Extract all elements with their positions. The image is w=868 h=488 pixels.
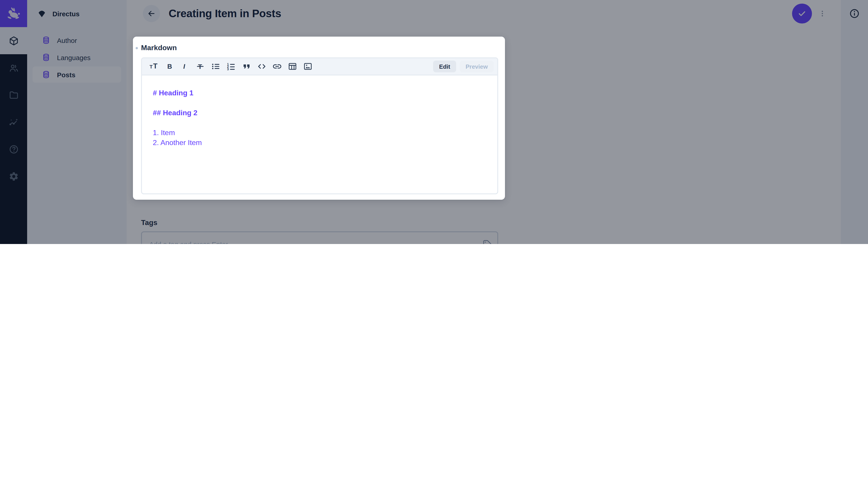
code-icon [257, 61, 267, 71]
folder-icon [8, 90, 19, 100]
module-insights[interactable] [0, 108, 27, 135]
strikethrough-icon: T [195, 61, 205, 71]
module-files[interactable] [0, 81, 27, 108]
markdown-line: # Heading 1 [153, 88, 487, 98]
right-sidebar [841, 0, 868, 244]
svg-text:T: T [153, 62, 157, 70]
bullet-list-icon [211, 61, 221, 71]
svg-text:B: B [167, 63, 172, 70]
tab-edit[interactable]: Edit [433, 61, 456, 72]
blockquote-icon [241, 61, 251, 71]
project-name: Directus [53, 10, 80, 18]
tag-icon [483, 239, 492, 244]
field-label-markdown: Markdown [141, 43, 498, 53]
editor-mode-tabs: Edit Preview [433, 61, 494, 72]
box-icon [8, 35, 19, 46]
module-help[interactable] [0, 135, 27, 163]
help-icon [8, 144, 19, 154]
italic-button[interactable]: I [177, 60, 193, 73]
link-icon [272, 61, 282, 71]
module-bar [0, 0, 27, 244]
svg-text:3: 3 [227, 68, 229, 71]
sidebar-item-languages[interactable]: Languages [33, 49, 121, 66]
module-users[interactable] [0, 54, 27, 81]
sidebar-item-posts[interactable]: Posts [33, 66, 121, 83]
markdown-field-card: Markdown TT B I [133, 37, 505, 200]
link-button[interactable] [270, 60, 285, 73]
tags-input[interactable] [141, 231, 498, 244]
navigation-panel: Directus Author [27, 0, 127, 244]
markdown-editor-content[interactable]: # Heading 1 ## Heading 2 1. Item 2. Anot… [142, 75, 497, 193]
strikethrough-button[interactable]: T [193, 60, 208, 73]
tags-input-wrap [141, 231, 498, 244]
italic-icon: I [180, 61, 190, 71]
blockquote-button[interactable] [239, 60, 254, 73]
bold-icon: B [164, 61, 175, 71]
image-button[interactable] [300, 60, 315, 73]
settings-icon [8, 171, 19, 182]
app-root: Directus Author [0, 0, 868, 244]
arrow-left-icon [147, 9, 156, 18]
markdown-editor: TT B I T [141, 57, 498, 194]
database-icon [41, 53, 51, 62]
bold-button[interactable]: B [162, 60, 177, 73]
module-settings[interactable] [0, 163, 27, 190]
tab-preview[interactable]: Preview [460, 61, 494, 72]
table-button[interactable] [285, 60, 300, 73]
page-title: Creating Item in Posts [168, 7, 281, 20]
insights-icon [8, 117, 19, 127]
module-content[interactable] [0, 27, 27, 54]
sidebar-item-author[interactable]: Author [33, 32, 121, 48]
back-button[interactable] [143, 5, 160, 22]
markdown-line: ## Heading 2 [153, 108, 487, 118]
directus-logo[interactable] [0, 0, 27, 27]
text-size-button[interactable]: TT [147, 60, 162, 73]
code-button[interactable] [254, 60, 270, 73]
markdown-line: 1. Item [153, 128, 487, 138]
image-icon [303, 61, 313, 71]
kebab-menu-icon [818, 8, 827, 19]
database-icon [41, 70, 51, 79]
people-icon [8, 63, 19, 73]
item-form: Markdown TT B I [127, 27, 841, 244]
svg-text:I: I [183, 63, 185, 70]
sidebar-item-label: Author [57, 36, 77, 44]
table-icon [287, 61, 298, 71]
sidebar-item-label: Languages [57, 54, 91, 61]
collection-list: Author Languages [27, 27, 127, 83]
project-switcher[interactable]: Directus [27, 0, 127, 27]
page-header: Creating Item in Posts [127, 0, 841, 27]
field-label-tags: Tags [141, 218, 498, 228]
numbered-list-icon: 1 2 3 [226, 61, 236, 71]
rabbit-logo-icon [5, 5, 22, 22]
numbered-list-button[interactable]: 1 2 3 [223, 60, 239, 73]
database-icon [41, 36, 51, 45]
bullet-list-button[interactable] [208, 60, 223, 73]
save-button[interactable] [792, 4, 812, 24]
markdown-line: 2. Another Item [153, 138, 487, 148]
text-size-icon: TT [149, 61, 159, 71]
header-actions [792, 4, 827, 24]
svg-text:T: T [150, 64, 153, 70]
tags-field: Tags [141, 218, 498, 244]
field-edited-dot [135, 47, 138, 49]
more-options-button[interactable] [817, 8, 827, 20]
markdown-toolbar: TT B I T [142, 58, 497, 75]
project-logo-icon [37, 9, 46, 18]
sidebar-item-label: Posts [57, 71, 75, 78]
info-sidebar-button[interactable] [845, 4, 864, 23]
check-icon [797, 8, 807, 19]
info-icon [849, 8, 860, 19]
